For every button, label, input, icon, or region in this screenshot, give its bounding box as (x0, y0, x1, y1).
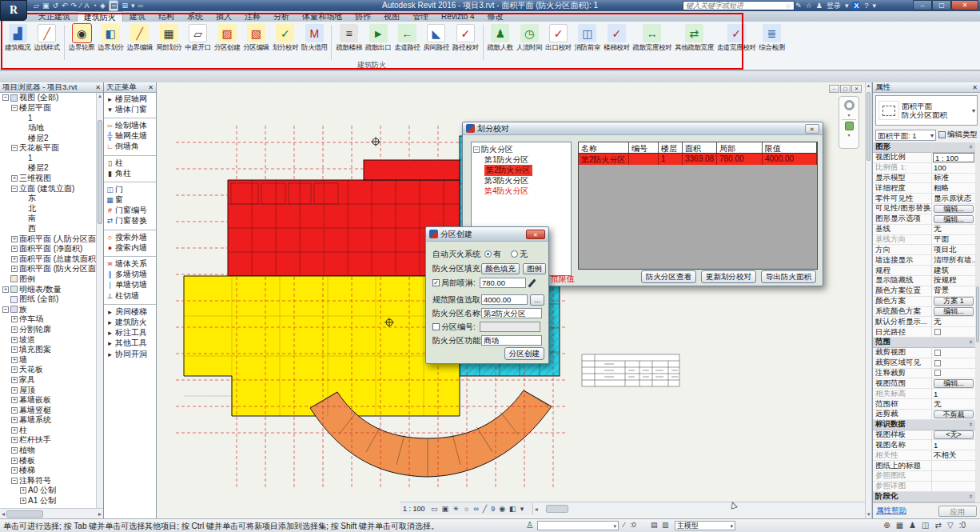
tree-item[interactable]: 第1防火分区 (473, 154, 569, 165)
property-row[interactable]: 视图比例 1 : 100 (873, 153, 975, 163)
ribbon-button[interactable]: ▟ 建筑概况 (3, 23, 32, 54)
revit-app-button[interactable]: R (0, 0, 27, 21)
expander-icon[interactable]: − (11, 186, 18, 192)
property-value[interactable]: 编辑... (934, 379, 974, 388)
property-value[interactable]: 编辑... (934, 215, 974, 224)
property-row[interactable]: 颜色方案 方案 1 (873, 297, 975, 307)
expander-icon[interactable] (20, 206, 26, 212)
property-row[interactable]: 范围 (873, 338, 975, 348)
menu-item[interactable]: ▸ 标注工具 (104, 328, 156, 338)
browser-horizontal-scrollbar[interactable] (0, 508, 103, 518)
ribbon-minimize-icon[interactable]: ═ (138, 1, 143, 10)
expander-icon[interactable]: + (11, 377, 18, 383)
property-value[interactable] (934, 329, 941, 335)
wheel-dropdown-icon[interactable] (847, 112, 850, 118)
tree-item[interactable]: 场地 (0, 123, 96, 134)
expander-icon[interactable]: − (11, 478, 18, 484)
ribbon-button[interactable]: ✓ 走道宽度校对 (715, 23, 758, 54)
ribbon-tab[interactable]: 协作 (349, 11, 377, 22)
ribbon-button[interactable]: ╱ 边线样式 (32, 23, 61, 54)
temporary-hide-isolate-icon[interactable]: 9 (491, 505, 495, 513)
reveal-hidden-icon[interactable]: ◉ (499, 505, 505, 513)
tree-item[interactable]: 东 (0, 194, 96, 204)
ribbon-button[interactable]: ▨ 分区创建 (213, 23, 241, 54)
visual-style-icon[interactable]: ∞ (473, 505, 478, 513)
close-inactive-windows-icon[interactable]: ⊞ (122, 1, 128, 10)
tree-item[interactable]: − 族 (0, 304, 96, 314)
property-value[interactable] (934, 370, 941, 376)
properties-scrollbar[interactable] (975, 142, 980, 502)
undo-icon[interactable]: ↶ (62, 1, 68, 10)
ribbon-button[interactable]: ⇄ 其他疏散宽度 (673, 23, 715, 54)
view-close-icon[interactable] (851, 85, 862, 93)
thin-lines-icon[interactable]: ▤ (109, 0, 119, 11)
tree-item[interactable]: + 幕墙竖梃 (0, 405, 96, 415)
type-dropdown-icon[interactable] (972, 107, 975, 114)
tree-item[interactable]: + 天花板 (0, 365, 96, 375)
design-options-combobox[interactable]: 主模型 (675, 521, 735, 530)
ribbon-button[interactable]: ▦ 局部划分 (154, 23, 183, 54)
browse-button[interactable]: ... (530, 294, 544, 306)
menu-item[interactable]: ○ 搜索外墙 (104, 232, 156, 242)
property-row[interactable]: 相关性 不相关 (873, 450, 975, 461)
restore-button[interactable] (932, 0, 951, 10)
expander-icon[interactable]: + (20, 498, 26, 504)
property-row[interactable]: 标识数据 (873, 420, 975, 430)
expander-icon[interactable]: − (11, 105, 18, 111)
properties-help-link[interactable]: 属性帮助 (876, 506, 906, 516)
property-row[interactable]: 视图样板 <无> (873, 430, 975, 441)
menu-item[interactable]: ═ 绘制墙体 (104, 120, 156, 130)
property-row[interactable]: 系统颜色方案 编辑... (873, 307, 975, 318)
tree-item[interactable]: + 面积平面 (人防分区面积) (0, 234, 96, 244)
close-icon[interactable] (972, 84, 978, 91)
section-pin-icon[interactable] (969, 338, 972, 346)
dialog-title-bar[interactable]: 分区创建 (426, 227, 548, 242)
tree-item[interactable]: 楼层2 (0, 133, 96, 143)
sign-in-dropdown-icon[interactable] (845, 2, 849, 10)
expander-icon[interactable]: + (11, 346, 18, 353)
property-row[interactable]: 默认分析显示... 无 (873, 317, 975, 327)
menu-item[interactable] (104, 253, 156, 257)
column-header[interactable]: 局部 (717, 142, 763, 153)
property-value[interactable]: 方案 1 (934, 297, 974, 306)
design-options-icon[interactable]: ▦ (896, 521, 903, 530)
menu-item[interactable] (104, 152, 156, 156)
expander-icon[interactable]: + (11, 427, 18, 434)
tree-item[interactable]: + 幕墙嵌板 (0, 395, 96, 406)
property-row[interactable]: 相关标高 1 (873, 389, 975, 399)
tree-item[interactable]: + 面积平面 (总建筑面积) (0, 254, 96, 265)
ribbon-button[interactable]: ▧ 分区编辑 (241, 23, 270, 54)
property-row[interactable]: 日光路径 (873, 327, 975, 338)
tree-item[interactable]: 第3防火分区 (473, 175, 569, 186)
apply-button[interactable]: 应用 (938, 506, 977, 517)
ribbon-button[interactable]: ≣ 综合检测 (757, 23, 786, 54)
menu-item[interactable]: ▸ 协同开洞 (104, 349, 156, 359)
zone-number-checkbox[interactable] (432, 323, 440, 330)
tree-item[interactable]: − 注释符号 (0, 476, 96, 486)
render-icon[interactable]: ◔ (93, 1, 97, 10)
menu-item[interactable]: ⊥ 柱切墙 (104, 290, 156, 301)
sign-in-label[interactable]: 登录 (827, 1, 841, 11)
property-value[interactable]: 无 (932, 224, 975, 234)
property-row[interactable]: 范围框 无 (873, 399, 975, 410)
qat-customize-icon[interactable]: ▾ (131, 1, 135, 10)
tree-item[interactable]: + 幕墙系统 (0, 415, 96, 426)
zoom-icon[interactable] (845, 122, 854, 130)
expander-icon[interactable] (20, 125, 26, 131)
partial-sprinkler-checkbox[interactable]: ✓ (432, 279, 440, 286)
menu-item[interactable]: ⇄ 门窗替换 (104, 216, 156, 226)
column-header[interactable]: 编号 (629, 142, 659, 153)
canvas-vertical-scrollbar[interactable] (865, 82, 872, 518)
tree-item[interactable]: 北 (0, 204, 96, 214)
expander-icon[interactable] (20, 114, 26, 121)
property-row[interactable]: 裁剪视图 (873, 348, 975, 358)
property-value[interactable]: 按规程 (932, 275, 975, 286)
ribbon-tab[interactable]: 插入 (209, 11, 238, 22)
property-row[interactable]: 颜色方案位置 背景 (873, 286, 975, 297)
ribbon-button[interactable]: ↔ 疏散宽度校对 (631, 23, 674, 54)
ribbon-tab[interactable]: 天正建筑 (32, 11, 77, 22)
section-pin-icon[interactable] (969, 143, 972, 150)
exchange-apps-icon[interactable]: X (852, 2, 860, 10)
save-icon[interactable]: ▣ (42, 1, 50, 10)
menu-item[interactable]: ▸ 房间楼梯 (104, 306, 156, 317)
